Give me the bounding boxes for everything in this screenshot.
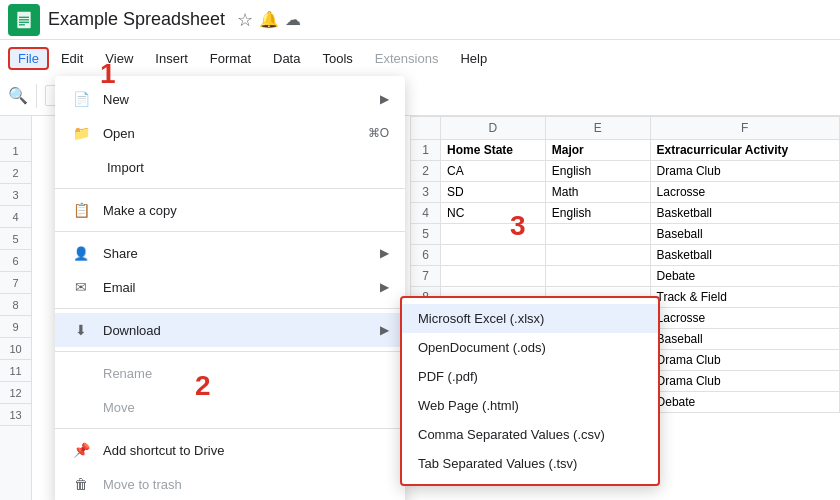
cell-d5[interactable] (441, 224, 546, 245)
cell-f11[interactable]: Drama Club (650, 350, 839, 371)
download-ods[interactable]: OpenDocument (.ods) (402, 333, 658, 362)
row-3-header: 3 (0, 184, 31, 206)
row-5-header: 5 (0, 228, 31, 250)
menu-divider-1 (55, 188, 405, 189)
svg-rect-4 (19, 24, 25, 25)
doc-title: Example Spreadsheet (48, 9, 225, 30)
menu-rename: Rename (55, 356, 405, 390)
menu-share-label: Share (103, 246, 364, 261)
menu-item-extensions[interactable]: Extensions (365, 47, 449, 70)
cell-f10[interactable]: Baseball (650, 329, 839, 350)
table-row: 7 Debate (411, 266, 840, 287)
app-icon[interactable] (8, 4, 40, 36)
open-icon: 📁 (71, 123, 91, 143)
menu-shortcut-label: Add shortcut to Drive (103, 443, 389, 458)
menu-make-copy[interactable]: 📋 Make a copy (55, 193, 405, 227)
cell-f6[interactable]: Basketball (650, 245, 839, 266)
menu-import-label: Import (103, 160, 389, 175)
menu-item-tools[interactable]: Tools (312, 47, 362, 70)
row-numbers: 1 2 3 4 5 6 7 8 9 10 11 12 13 (0, 116, 32, 500)
download-pdf[interactable]: PDF (.pdf) (402, 362, 658, 391)
menu-open-label: Open (103, 126, 356, 141)
menu-item-edit[interactable]: Edit (51, 47, 93, 70)
download-tsv[interactable]: Tab Separated Values (.tsv) (402, 449, 658, 478)
row-6-header: 6 (0, 250, 31, 272)
svg-rect-2 (19, 19, 29, 20)
row-1-header: 1 (0, 140, 31, 162)
menu-divider-2 (55, 231, 405, 232)
cell-e2[interactable]: English (545, 161, 650, 182)
download-arrow-icon: ▶ (380, 323, 389, 337)
cell-f3[interactable]: Lacrosse (650, 182, 839, 203)
download-html[interactable]: Web Page (.html) (402, 391, 658, 420)
menu-item-data[interactable]: Data (263, 47, 310, 70)
cell-f8[interactable]: Track & Field (650, 287, 839, 308)
col-header-d: D (441, 117, 546, 140)
cell-f4[interactable]: Basketball (650, 203, 839, 224)
menu-email[interactable]: ✉ Email ▶ (55, 270, 405, 304)
menu-trash-label: Move to trash (103, 477, 389, 492)
download-pdf-label: PDF (.pdf) (418, 369, 478, 384)
download-xlsx[interactable]: Microsoft Excel (.xlsx) (402, 304, 658, 333)
menu-open[interactable]: 📁 Open ⌘O (55, 116, 405, 150)
import-icon (71, 157, 91, 177)
menu-share[interactable]: 👤 Share ▶ (55, 236, 405, 270)
cell-d2[interactable]: CA (441, 161, 546, 182)
cell-d3[interactable]: SD (441, 182, 546, 203)
email-arrow-icon: ▶ (380, 280, 389, 294)
menu-trash: 🗑 Move to trash (55, 467, 405, 500)
col-header-e: E (545, 117, 650, 140)
menu-new-label: New (103, 92, 364, 107)
menu-copy-label: Make a copy (103, 203, 389, 218)
row-num: 4 (411, 203, 441, 224)
menu-import[interactable]: Import (55, 150, 405, 184)
cell-e5[interactable] (545, 224, 650, 245)
new-arrow-icon: ▶ (380, 92, 389, 106)
download-csv[interactable]: Comma Separated Values (.csv) (402, 420, 658, 449)
cell-f1[interactable]: Extracurricular Activity (650, 140, 839, 161)
cell-e6[interactable] (545, 245, 650, 266)
cell-d1[interactable]: Home State (441, 140, 546, 161)
menu-item-help[interactable]: Help (450, 47, 497, 70)
cell-f13[interactable]: Debate (650, 392, 839, 413)
cell-e7[interactable] (545, 266, 650, 287)
notification-icon[interactable]: 🔔 (259, 10, 279, 29)
search-icon[interactable]: 🔍 (8, 86, 28, 105)
svg-rect-1 (19, 16, 29, 17)
cell-e4[interactable]: English (545, 203, 650, 224)
cloud-save-icon[interactable]: ☁ (285, 10, 301, 29)
table-row: 2 CA English Drama Club (411, 161, 840, 182)
cell-f5[interactable]: Baseball (650, 224, 839, 245)
menu-download-label: Download (103, 323, 364, 338)
rename-icon (71, 363, 91, 383)
menu-new[interactable]: 📄 New ▶ (55, 82, 405, 116)
menu-add-shortcut[interactable]: 📌 Add shortcut to Drive (55, 433, 405, 467)
menu-item-format[interactable]: Format (200, 47, 261, 70)
cell-d4[interactable]: NC (441, 203, 546, 224)
new-icon: 📄 (71, 89, 91, 109)
download-xlsx-label: Microsoft Excel (.xlsx) (418, 311, 544, 326)
open-shortcut: ⌘O (368, 126, 389, 140)
menu-item-insert[interactable]: Insert (145, 47, 198, 70)
cell-f12[interactable]: Drama Club (650, 371, 839, 392)
cell-e1[interactable]: Major (545, 140, 650, 161)
col-header-f: F (650, 117, 839, 140)
menu-item-file[interactable]: File (8, 47, 49, 70)
row-2-header: 2 (0, 162, 31, 184)
menu-item-view[interactable]: View (95, 47, 143, 70)
row-num: 3 (411, 182, 441, 203)
cell-d7[interactable] (441, 266, 546, 287)
download-icon: ⬇ (71, 320, 91, 340)
title-bar: Example Spreadsheet ☆ 🔔 ☁ (0, 0, 840, 40)
star-icon[interactable]: ☆ (237, 9, 253, 31)
row-num: 5 (411, 224, 441, 245)
share-icon: 👤 (71, 243, 91, 263)
cell-f2[interactable]: Drama Club (650, 161, 839, 182)
cell-f9[interactable]: Lacrosse (650, 308, 839, 329)
cell-d6[interactable] (441, 245, 546, 266)
cell-e3[interactable]: Math (545, 182, 650, 203)
title-icons: ☆ 🔔 ☁ (237, 9, 301, 31)
cell-f7[interactable]: Debate (650, 266, 839, 287)
menu-download[interactable]: ⬇ Download ▶ (55, 313, 405, 347)
move-icon (71, 397, 91, 417)
